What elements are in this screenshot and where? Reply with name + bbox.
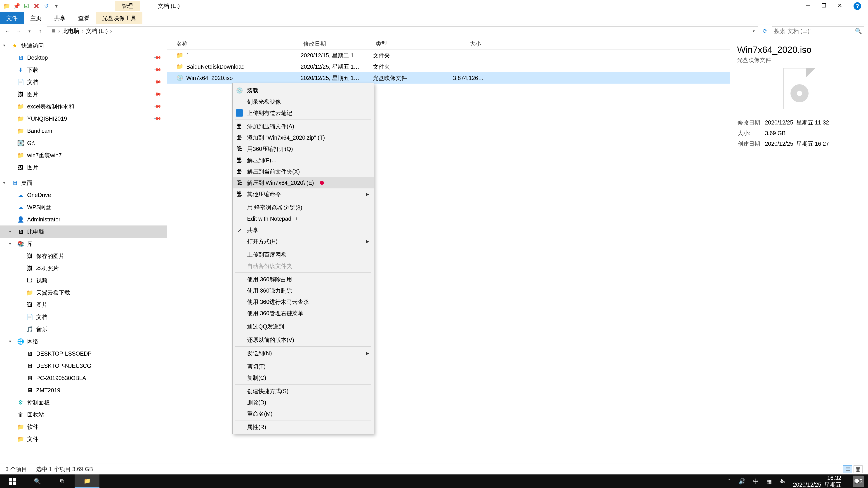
context-menu-item[interactable]: 装载 (232, 85, 374, 96)
nav-item[interactable]: ▾此电脑 (0, 225, 167, 238)
qat-undo-icon[interactable]: ↺ (43, 3, 50, 9)
expand-icon[interactable]: ▾ (9, 241, 14, 246)
ribbon-tab-home[interactable]: 主页 (24, 12, 48, 24)
ribbon-tab-view[interactable]: 查看 (72, 12, 96, 24)
nav-item[interactable]: 本机照片 (0, 262, 167, 274)
context-menu-item[interactable]: 共享 (232, 224, 374, 236)
column-headers[interactable]: 名称 修改日期 类型 大小 (167, 38, 730, 50)
nav-item[interactable]: WPS网盘 (0, 201, 167, 213)
context-menu-item[interactable]: 重命名(M) (232, 408, 374, 419)
nav-item[interactable]: 保存的图片 (0, 250, 167, 262)
view-icons-button[interactable]: ▦ (854, 465, 863, 473)
refresh-button[interactable]: ⟳ (761, 28, 769, 34)
breadcrumb-segment[interactable]: 此电脑 (62, 27, 79, 35)
nav-item[interactable]: 下载📌 (0, 64, 167, 76)
context-menu-item[interactable]: 解压到 Win7x64_2020\ (E) (232, 177, 374, 188)
nav-item[interactable]: 文档 (0, 311, 167, 323)
nav-item[interactable]: ZMT2019 (0, 384, 167, 396)
context-menu[interactable]: 装载刻录光盘映像上传到有道云笔记添加到压缩文件(A)…添加到 "Win7x64_… (232, 83, 374, 434)
context-menu-item[interactable]: 复制(C) (232, 372, 374, 383)
context-menu-item[interactable]: 其他压缩命令▶ (232, 188, 374, 200)
context-menu-item[interactable]: 解压到当前文件夹(X) (232, 166, 374, 177)
column-size[interactable]: 大小 (434, 40, 484, 47)
nav-item[interactable]: 文件 (0, 433, 167, 445)
nav-item[interactable]: 图片📌 (0, 88, 167, 100)
nav-item[interactable]: 回收站 (0, 409, 167, 421)
maximize-button[interactable]: ☐ (821, 2, 826, 10)
nav-back-button[interactable]: ← (4, 28, 12, 34)
chevron-right-icon[interactable]: › (110, 28, 112, 34)
contextual-tab-label[interactable]: 管理 (115, 1, 140, 11)
nav-item[interactable]: G:\ (0, 137, 167, 149)
start-button[interactable] (0, 475, 25, 488)
context-menu-item[interactable]: 用 蜂蜜浏览器 浏览(3) (232, 202, 374, 213)
context-menu-item[interactable]: 用360压缩打开(Q) (232, 143, 374, 155)
context-menu-item[interactable]: Edit with Notepad++ (232, 213, 374, 224)
context-menu-item[interactable]: 使用 360管理右键菜单 (232, 307, 374, 319)
nav-item[interactable]: win7重装win7 (0, 149, 167, 161)
qat-delete-icon[interactable]: ✕ (33, 3, 40, 9)
tray-app-icon[interactable]: ▦ (767, 478, 772, 485)
volume-icon[interactable]: 🔊 (739, 478, 745, 485)
action-center-button[interactable]: 💬3 (852, 476, 864, 487)
chevron-right-icon[interactable]: › (82, 28, 84, 34)
nav-item[interactable]: 天翼云盘下载 (0, 287, 167, 299)
context-menu-item[interactable]: 剪切(T) (232, 361, 374, 372)
minimize-button[interactable]: ─ (806, 2, 810, 10)
qat-dropdown-icon[interactable]: ▾ (53, 3, 60, 9)
expand-icon[interactable]: ▾ (9, 229, 14, 234)
nav-item[interactable]: 控制面板 (0, 396, 167, 409)
breadcrumb[interactable]: › 此电脑 › 文档 (E:) › ▾ (47, 26, 758, 36)
file-row[interactable]: Win7x64_2020.iso2020/12/25, 星期五 1…光盘映像文件… (167, 72, 730, 84)
column-name[interactable]: 名称 (167, 40, 301, 47)
context-menu-item[interactable]: 还原以前的版本(V) (232, 334, 374, 346)
nav-item[interactable]: 图片 (0, 299, 167, 311)
nav-forward-button[interactable]: → (14, 28, 23, 34)
column-date[interactable]: 修改日期 (301, 40, 373, 47)
nav-item[interactable]: Desktop📌 (0, 52, 167, 64)
ime-indicator[interactable]: 中 (753, 478, 759, 485)
tray-overflow-button[interactable]: ˄ (728, 478, 731, 485)
context-menu-item[interactable]: 解压到(F)… (232, 155, 374, 166)
context-menu-item[interactable]: 创建快捷方式(S) (232, 385, 374, 397)
ribbon-tab-disc-tools[interactable]: 光盘映像工具 (96, 12, 143, 24)
qat-pin-icon[interactable]: 📌 (13, 3, 20, 9)
nav-item[interactable]: ▾库 (0, 238, 167, 250)
nav-item[interactable]: 音乐 (0, 323, 167, 335)
nav-item[interactable]: 图片 (0, 161, 167, 173)
navigation-pane[interactable]: ▾快速访问Desktop📌下载📌文档📌图片📌excel表格制作求和📌YUNQIS… (0, 38, 167, 464)
nav-up-button[interactable]: ↑ (36, 28, 44, 34)
file-row[interactable]: BaiduNetdiskDownload2020/12/25, 星期五 1…文件… (167, 61, 730, 72)
file-row[interactable]: 12020/12/15, 星期二 1…文件夹 (167, 50, 730, 61)
nav-item[interactable]: ▾网络 (0, 335, 167, 348)
ribbon-tab-share[interactable]: 共享 (48, 12, 72, 24)
nav-item[interactable]: YUNQISHI2019📌 (0, 112, 167, 125)
nav-item[interactable]: excel表格制作求和📌 (0, 100, 167, 112)
context-menu-item[interactable]: 打开方式(H)▶ (232, 236, 374, 247)
taskbar-explorer[interactable] (74, 475, 99, 488)
task-view-button[interactable]: ⧉ (50, 475, 74, 488)
nav-item[interactable]: 软件 (0, 421, 167, 433)
context-menu-item[interactable]: 删除(D) (232, 397, 374, 408)
network-icon[interactable]: 🖧 (780, 478, 785, 485)
nav-item[interactable]: ▾桌面 (0, 177, 167, 189)
close-button[interactable]: ✕ (837, 2, 842, 10)
context-menu-item[interactable]: 添加到压缩文件(A)… (232, 121, 374, 132)
expand-icon[interactable]: ▾ (9, 339, 14, 344)
context-menu-item[interactable]: 刻录光盘映像 (232, 96, 374, 107)
expand-icon[interactable]: ▾ (3, 43, 8, 48)
context-menu-item[interactable]: 使用 360强力删除 (232, 285, 374, 296)
taskbar-search-button[interactable]: 🔍 (25, 475, 50, 488)
nav-item[interactable]: PC-20190530OBLA (0, 372, 167, 384)
taskbar-clock[interactable]: 16:32 2020/12/25, 星期五 (793, 475, 841, 488)
context-menu-item[interactable]: 上传到百度网盘 (232, 249, 374, 260)
chevron-right-icon[interactable]: › (58, 28, 60, 34)
ribbon-tab-file[interactable]: 文件 (0, 12, 24, 24)
nav-item[interactable]: ▾快速访问 (0, 39, 167, 52)
breadcrumb-segment[interactable]: 文档 (E:) (86, 27, 108, 35)
nav-item[interactable]: 文档📌 (0, 76, 167, 88)
context-menu-item[interactable]: 使用 360进行木马云查杀 (232, 296, 374, 307)
nav-item[interactable]: DESKTOP-NJEU3CG (0, 360, 167, 372)
nav-item[interactable]: Administrator (0, 213, 167, 225)
context-menu-item[interactable]: 通过QQ发送到 (232, 321, 374, 332)
